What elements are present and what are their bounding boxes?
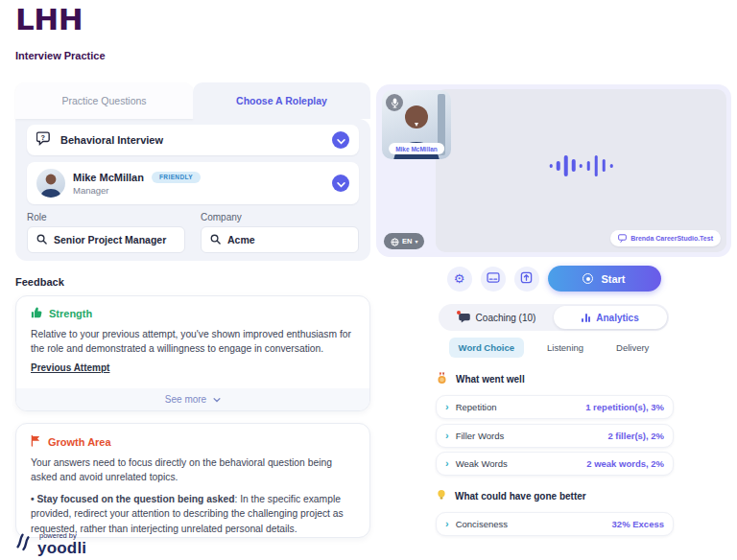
bar-chart-icon	[582, 314, 590, 322]
metric-label: Filler Words	[456, 431, 505, 441]
went-well-label: What went well	[456, 374, 525, 385]
persona-mood-badge: FRIENDLY	[152, 172, 201, 183]
analytics-results: What went well › Repetition 1 repetition…	[436, 372, 674, 536]
see-more-button[interactable]: See more	[16, 388, 369, 410]
lightbulb-icon	[437, 489, 446, 503]
metric-label: Conciseness	[456, 519, 508, 529]
chat-question-icon: ?	[36, 131, 53, 150]
strength-title: Strength	[49, 308, 92, 319]
subtab-word-choice[interactable]: Word Choice	[449, 338, 524, 358]
page-title: Interview Practice	[15, 50, 106, 61]
company-input[interactable]: Acme	[201, 226, 359, 253]
persona-info: Mike McMillan FRIENDLY Manager	[73, 172, 201, 196]
tab-coaching[interactable]: Coaching (10)	[440, 306, 554, 329]
start-button[interactable]: Start	[548, 266, 661, 292]
voice-badge[interactable]: Brenda CareerStudio.Test	[610, 230, 721, 246]
persona-job-title: Manager	[73, 185, 201, 196]
language-label: EN	[402, 237, 412, 245]
search-icon	[210, 231, 221, 248]
results-tab-bar: Coaching (10) Analytics	[439, 304, 669, 331]
subtab-listening[interactable]: Listening	[537, 338, 593, 358]
role-label: Role	[27, 212, 185, 222]
metric-label: Weak Words	[456, 458, 508, 469]
role-field-group: Role Senior Project Manager	[27, 212, 185, 253]
gone-better-label: What could have gone better	[455, 491, 586, 502]
globe-icon	[391, 233, 399, 250]
metric-row-weak-words[interactable]: › Weak Words 2 weak words, 2%	[436, 452, 674, 476]
see-more-label: See more	[165, 394, 206, 405]
chat-bubble-icon	[459, 313, 470, 323]
participant-name-pill: Mike McMillan	[389, 143, 444, 154]
tab-analytics[interactable]: Analytics	[554, 306, 667, 329]
avatar	[36, 169, 65, 198]
metric-value: 1 repetition(s), 3%	[585, 402, 664, 412]
start-label: Start	[601, 273, 625, 285]
tab-choose-a-roleplay[interactable]: Choose A Roleplay	[193, 82, 370, 119]
company-label: Company	[201, 212, 359, 222]
interview-type-selector[interactable]: ? Behavioral Interview	[27, 125, 359, 155]
interview-type-expand-button[interactable]	[332, 131, 349, 149]
metric-label: Repetition	[456, 402, 497, 412]
company-value: Acme	[227, 234, 255, 245]
company-field-group: Company Acme	[201, 212, 359, 253]
persona-name: Mike McMillan	[73, 172, 144, 183]
audio-stage: Brenda CareerStudio.Test	[436, 89, 726, 252]
metric-row-filler-words[interactable]: › Filler Words 2 filler(s), 2%	[436, 424, 674, 448]
medal-icon	[437, 372, 447, 386]
yoodli-logo-icon	[13, 529, 33, 556]
metric-value: 2 weak words, 2%	[586, 458, 664, 469]
roleplay-config-panel: ? Behavioral Interview Mike McMillan FRI…	[15, 119, 370, 261]
role-input[interactable]: Senior Project Manager	[27, 226, 185, 253]
left-tab-bar: Practice Questions Choose A Roleplay	[15, 82, 370, 119]
subtab-delivery[interactable]: Delivery	[606, 338, 658, 358]
captions-button[interactable]	[481, 267, 506, 292]
analytics-subtabs: Word Choice Listening Delivery	[376, 338, 731, 358]
chevron-down-icon	[337, 176, 345, 191]
flag-icon	[31, 434, 41, 449]
chevron-right-icon: ›	[445, 519, 449, 529]
caption-badge-icon	[618, 234, 627, 244]
share-button[interactable]	[514, 267, 539, 292]
growth-area-card: Growth Area Your answers need to focus d…	[15, 423, 370, 538]
metric-row-conciseness[interactable]: › Conciseness 32% Excess	[436, 512, 674, 536]
growth-area-title: Growth Area	[48, 436, 111, 448]
role-company-fields: Role Senior Project Manager Company Acme	[27, 212, 359, 253]
metric-value: 2 filler(s), 2%	[607, 431, 664, 441]
session-column: Brenda CareerStudio.Test Mike McMillan E…	[376, 84, 731, 541]
captions-icon	[487, 271, 500, 286]
chevron-right-icon: ›	[445, 402, 449, 412]
persona-expand-button[interactable]	[332, 175, 349, 192]
language-selector[interactable]: EN ▾	[384, 233, 424, 249]
waveform-icon	[549, 155, 613, 176]
strength-body: Relative to your previous attempt, you'v…	[31, 327, 355, 357]
persona-selector[interactable]: Mike McMillan FRIENDLY Manager	[27, 162, 359, 204]
feedback-heading: Feedback	[15, 276, 370, 288]
setup-column: Practice Questions Choose A Roleplay ? B…	[15, 82, 370, 538]
growth-bullet-lead: • Stay focused on the question being ask…	[31, 494, 234, 504]
powered-by-yoodli: powered by yoodli	[13, 529, 86, 556]
share-upload-icon	[520, 271, 533, 287]
metric-row-repetition[interactable]: › Repetition 1 repetition(s), 3%	[436, 395, 674, 419]
previous-attempt-link[interactable]: Previous Attempt	[31, 362, 109, 373]
interview-practice-app: LHH Interview Practice Practice Question…	[0, 0, 737, 560]
chevron-down-icon	[213, 394, 221, 405]
chevron-right-icon: ›	[445, 458, 449, 469]
video-panel: Brenda CareerStudio.Test Mike McMillan E…	[376, 84, 731, 257]
chevron-down-icon: ▾	[415, 239, 417, 245]
role-value: Senior Project Manager	[54, 234, 166, 245]
voice-badge-label: Brenda CareerStudio.Test	[630, 235, 713, 242]
lhh-logo: LHH	[15, 2, 83, 36]
tab-practice-questions[interactable]: Practice Questions	[15, 82, 193, 119]
mic-icon[interactable]	[386, 94, 403, 111]
coaching-tab-label: Coaching (10)	[476, 313, 536, 323]
settings-button[interactable]: ⚙	[447, 267, 472, 292]
session-controls: ⚙ Start	[376, 266, 731, 292]
powered-by-label: powered by	[39, 532, 86, 540]
metric-value: 32% Excess	[612, 519, 664, 529]
gear-icon: ⚙	[454, 272, 465, 285]
interview-type-label: Behavioral Interview	[60, 134, 163, 146]
record-icon	[582, 273, 593, 284]
thumbs-up-icon	[31, 307, 42, 320]
chevron-down-icon	[337, 133, 345, 148]
strength-card: Strength Relative to your previous attem…	[15, 295, 370, 411]
